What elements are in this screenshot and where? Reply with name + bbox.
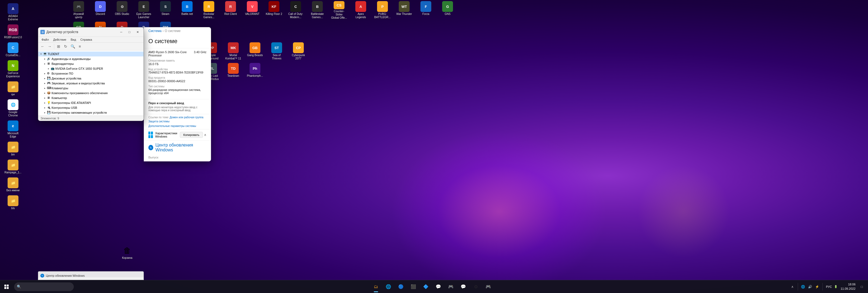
notifications-icon[interactable]: □ bbox=[859, 284, 865, 290]
taskbar-app-obs_tb[interactable]: ⊙ bbox=[470, 281, 482, 293]
desktop-icon-folder_bin[interactable]: 📁 bin bbox=[2, 141, 24, 157]
dm-close-button[interactable]: ✕ bbox=[134, 29, 141, 35]
taskbar-app-explorer[interactable]: 🗂 bbox=[370, 281, 382, 293]
tree-expand-software[interactable]: ▸ bbox=[43, 91, 46, 95]
update-taskbar-btn[interactable]: ↻ Центр обновления Windows bbox=[38, 271, 144, 280]
desktop-icon-google_chrome[interactable]: 🌐 GoogleChrome bbox=[2, 98, 24, 118]
desktop-icon-forza[interactable]: F Forza bbox=[415, 0, 437, 21]
tree-expand-video[interactable]: ▸ bbox=[43, 62, 46, 65]
network-icon[interactable]: 🌐 bbox=[800, 284, 806, 290]
dm-minimize-button[interactable]: ─ bbox=[118, 29, 125, 35]
tree-expand-ide[interactable]: ▸ bbox=[43, 101, 46, 105]
dm-tree-item-disk[interactable]: ▸ 💾 Дисковые устройства bbox=[38, 76, 144, 81]
desktop-icon-cyberpunk[interactable]: CP Cyberpunk2077 bbox=[287, 41, 309, 62]
dm-tree-item-usb[interactable]: ▸ 🔌 Контроллеры USB bbox=[38, 105, 144, 110]
tree-expand-sound_devices[interactable]: ▸ bbox=[43, 82, 46, 85]
dm-menu-Вид[interactable]: Вид bbox=[68, 37, 78, 42]
dm-tree-item-computer[interactable]: ▸ 🖥 Компьютер bbox=[38, 95, 144, 100]
desktop-icon-counter[interactable]: CS Counter-StrikeGlobal Offe... bbox=[328, 0, 350, 21]
taskbar-app-discord_tb[interactable]: 💬 bbox=[457, 281, 469, 293]
desktop-icon-bls[interactable]: 📁 bls bbox=[2, 194, 24, 211]
tray-chevron[interactable]: ∧ bbox=[789, 284, 796, 290]
taskbar-app-steam_tb[interactable]: 🎮 bbox=[445, 281, 457, 293]
taskbar-app-widgets[interactable]: 🔷 bbox=[420, 281, 432, 293]
tree-expand-keyboards[interactable]: ▸ bbox=[43, 87, 46, 90]
desktop-icon-game_controller[interactable]: 🎮 Игровойцентр bbox=[68, 0, 90, 21]
dm-tree-item-storage_ctrl[interactable]: ▸ 💾 Контроллеры запоминающих устройств bbox=[38, 110, 144, 115]
sys-collapse-button[interactable]: ∧ bbox=[204, 133, 207, 137]
tree-expand-usb[interactable]: ▸ bbox=[43, 106, 46, 109]
desktop-icon-riot[interactable]: R Riot Client bbox=[220, 0, 241, 21]
sys-copy-button[interactable]: Копировать bbox=[180, 132, 203, 138]
desktop-icon-folder_rampage[interactable]: 📁 Rampage_1... bbox=[2, 158, 24, 175]
taskbar-app-edge[interactable]: 🔵 bbox=[395, 281, 407, 293]
dm-tree-item-sound_devices[interactable]: ▸ 🎮 Звуковые, игровые и видеоустройства bbox=[38, 81, 144, 86]
desktop-icon-battlestate[interactable]: B BattlestateGames... bbox=[307, 0, 328, 21]
desktop-icon-gang_beasts[interactable]: GB Gang Beasts bbox=[244, 41, 266, 62]
desktop-icon-epic[interactable]: E Epic GamesLauncher bbox=[133, 0, 155, 21]
desktop-icon-discord[interactable]: D Discord bbox=[90, 0, 111, 21]
sys-link-advanced[interactable]: Дополнительные параметры системы bbox=[148, 124, 196, 127]
desktop-icon-gns[interactable]: G GNS bbox=[437, 0, 458, 21]
desktop-icon-war_thunder[interactable]: WT War Thunder bbox=[393, 0, 415, 21]
dm-menu-Действие[interactable]: Действие bbox=[51, 37, 68, 42]
sys-link-domain[interactable]: Домен или рабочая группа bbox=[169, 116, 204, 119]
desktop-icon-ms_edge[interactable]: e MicrosoftEdge bbox=[2, 119, 24, 140]
desktop-icon-aida64[interactable]: A AIDA64Extreme bbox=[2, 2, 24, 22]
tree-expand-storage_ctrl[interactable]: ▸ bbox=[43, 111, 46, 114]
desktop-icon-rockstar[interactable]: R RockstarGames... bbox=[198, 0, 220, 21]
desktop-icon-steam[interactable]: S Steam bbox=[155, 0, 176, 21]
desktop-icon-rgb_fusion[interactable]: RGB RGBFusion2.0 bbox=[2, 23, 24, 40]
taskbar-start-button[interactable] bbox=[0, 280, 13, 293]
dm-menu-Файл[interactable]: Файл bbox=[39, 37, 51, 42]
dm-forward-button[interactable]: → bbox=[46, 43, 53, 50]
taskbar-app-game_tb[interactable]: 🎮 bbox=[482, 281, 494, 293]
volume-icon[interactable]: 🔊 bbox=[807, 284, 813, 290]
dm-scan-button[interactable]: 🔍 bbox=[69, 43, 76, 50]
dm-tree-item-builtin[interactable]: ▸ ⚙ Встроенное ПО bbox=[38, 71, 144, 76]
desktop-icon-pubg[interactable]: P PUBG:BATTLEGR... bbox=[372, 0, 393, 21]
dm-view-button[interactable]: ≡ bbox=[76, 43, 83, 50]
clock[interactable]: 18:06 11.09.2022 bbox=[838, 283, 858, 291]
dm-tree-item-audio[interactable]: ▸ 🔊 Аудиовходы и аудиовыходы bbox=[38, 56, 144, 61]
dm-maximize-button[interactable]: □ bbox=[126, 29, 133, 35]
desktop-icon-phantom[interactable]: Ph Phantomph... bbox=[244, 62, 266, 83]
tree-expand-gpu[interactable]: ▸ bbox=[47, 67, 50, 70]
desktop-icon-yellow_folder[interactable]: 📁 цы bbox=[2, 80, 24, 97]
desktop-icon-valorant[interactable]: V VALORANT bbox=[241, 0, 263, 21]
tree-expand-audio[interactable]: ▸ bbox=[43, 57, 46, 60]
taskbar-app-chrome[interactable]: 🌐 bbox=[382, 281, 394, 293]
tree-expand-root[interactable]: ▾ bbox=[39, 52, 42, 56]
tree-expand-disk[interactable]: ▸ bbox=[43, 77, 46, 80]
desktop-icon-mortal[interactable]: MK MortalKombat™ 11 bbox=[222, 41, 244, 62]
tree-expand-builtin[interactable]: ▸ bbox=[43, 72, 46, 75]
recycle-bin[interactable]: 🗑 Корзина bbox=[121, 244, 134, 260]
dm-tree-item-gpu[interactable]: ▸ 📺 NVIDIA GeForce GTX 1650 SUPER bbox=[38, 66, 144, 71]
dm-properties-button[interactable]: ⊞ bbox=[55, 43, 62, 50]
sys-link-protection[interactable]: Защита системы bbox=[148, 120, 169, 123]
tree-expand-computer[interactable]: ▸ bbox=[43, 96, 46, 99]
desktop-icon-nvidia_exp[interactable]: N GeForceExperience bbox=[2, 59, 24, 79]
dm-tree-item-software[interactable]: ▸ 📦 Компоненты программного обеспечения bbox=[38, 91, 144, 95]
desktop-icon-sea_of_thieves[interactable]: ST Sea ofThieves bbox=[266, 41, 287, 62]
dm-back-button[interactable]: ← bbox=[39, 43, 46, 50]
dm-tree-item-root[interactable]: ▾ 💻 TLDENT bbox=[38, 52, 144, 56]
dm-tree-item-ide[interactable]: ▸ 💡 Контроллеры IDE ATA/ATAPI bbox=[38, 100, 144, 105]
language-indicator[interactable]: РУС bbox=[825, 285, 833, 288]
desktop-icon-apex[interactable]: A ApexLegends bbox=[350, 0, 372, 21]
sys-update-link[interactable]: Центр обновления Windows bbox=[155, 143, 207, 152]
desktop-icon-cod[interactable]: C Call of Duty:Modern... bbox=[285, 0, 307, 21]
desktop-icon-killing_floor[interactable]: KF Killing Floor 2 bbox=[263, 0, 285, 21]
desktop-icon-obs[interactable]: ⊙ OBS Studio bbox=[111, 0, 133, 21]
dm-update-button[interactable]: ↻ bbox=[62, 43, 69, 50]
desktop-icon-no_name[interactable]: 📁 Без имени bbox=[2, 176, 24, 193]
dm-menu-Справка[interactable]: Справка bbox=[78, 37, 94, 42]
desktop-icon-battlenet[interactable]: B Battle.net bbox=[176, 0, 198, 21]
taskbar-app-chat[interactable]: 💬 bbox=[432, 281, 444, 293]
desktop-icon-teardown[interactable]: TD Teardown bbox=[222, 62, 244, 83]
taskbar-app-taskview[interactable]: ⬛ bbox=[407, 281, 420, 293]
dm-tree-item-video[interactable]: ▸ 🖥 Видеоадаптеры bbox=[38, 61, 144, 66]
taskbar-search[interactable]: 🔍 bbox=[14, 283, 74, 291]
desktop-icon-crystal_disk[interactable]: C CrystalDis... bbox=[2, 41, 24, 58]
dm-tree-item-keyboards[interactable]: ▸ ⌨ Клавиатуры bbox=[38, 86, 144, 91]
